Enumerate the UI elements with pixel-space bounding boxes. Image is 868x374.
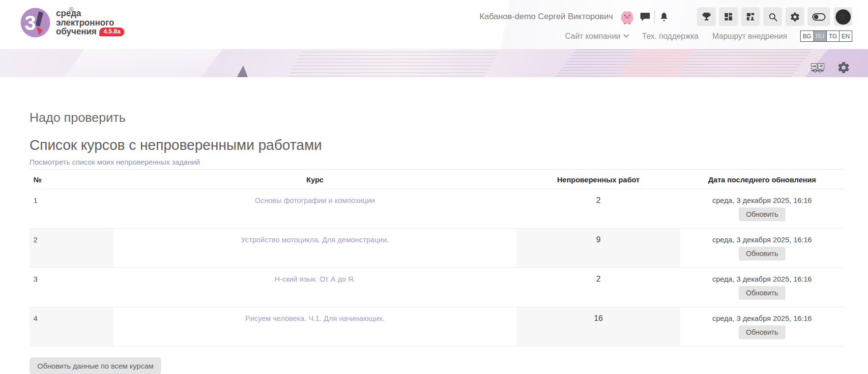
table-row: 3 Н-ский язык. От А до Я. 2 среда, 3 дек… — [29, 268, 844, 307]
gear-icon — [790, 12, 800, 22]
col-header-course: Курс — [114, 170, 517, 189]
row-number: 1 — [29, 189, 114, 229]
achievements-button[interactable] — [697, 7, 716, 26]
table-row: 2 Устройство мотоцикла. Для демонстрации… — [29, 229, 844, 268]
last-update-date: среда, 3 декабря 2025, 16:16 — [684, 314, 840, 322]
version-badge: 4.5.8a — [99, 28, 124, 37]
row-number: 3 — [29, 268, 114, 307]
divider — [654, 10, 655, 23]
update-course-button[interactable]: Обновить — [739, 325, 786, 339]
row-number: 2 — [29, 229, 114, 268]
course-link[interactable]: Основы фотографии и композиции — [255, 196, 375, 204]
update-course-button[interactable]: Обновить — [739, 207, 786, 221]
unchecked-count: 16 — [517, 307, 680, 346]
table-row: 4 Рисуем человека. Ч.1. Для начинающих. … — [29, 307, 844, 346]
section-title: Список курсов с непроверенными работами — [29, 137, 844, 153]
table-header-row: № Курс Непроверенных работ Дата последне… — [29, 170, 844, 189]
col-header-unchecked: Непроверенных работ — [517, 170, 680, 189]
lang-tg[interactable]: TG — [826, 30, 839, 42]
banner-triangle — [237, 65, 248, 77]
lang-bg[interactable]: BG — [800, 30, 813, 42]
update-all-courses-button[interactable]: Обновить данные по всем курсам — [29, 357, 161, 374]
user-avatar[interactable] — [618, 7, 637, 26]
secondary-nav: Сайт компании Тех. поддержка Маршрут вне… — [565, 30, 852, 42]
last-update-date: среда, 3 декабря 2025, 16:16 — [684, 196, 840, 204]
last-update-cell: среда, 3 декабря 2025, 16:16 Обновить — [680, 307, 844, 346]
course-link[interactable]: Н-ский язык. От А до Я. — [274, 275, 355, 283]
unchecked-courses-table: № Курс Непроверенных работ Дата последне… — [29, 169, 844, 346]
last-update-date: среда, 3 декабря 2025, 16:16 — [684, 275, 840, 283]
unchecked-count: 2 — [517, 268, 680, 307]
accessibility-icon — [836, 9, 851, 25]
pig-avatar-icon — [618, 8, 636, 26]
theme-toggle-button[interactable] — [808, 7, 830, 26]
svg-text:3: 3 — [25, 11, 36, 34]
lang-en[interactable]: EN — [839, 30, 852, 42]
last-update-cell: среда, 3 декабря 2025, 16:16 Обновить — [680, 189, 844, 229]
banner-shape — [52, 49, 232, 77]
grid-person-icon — [746, 12, 755, 22]
nav-tech-support[interactable]: Тех. поддержка — [642, 32, 698, 41]
accessibility-button[interactable] — [834, 7, 852, 26]
col-header-updated: Дата последнего обновления — [680, 170, 844, 189]
last-update-cell: среда, 3 декабря 2025, 16:16 Обновить — [680, 229, 844, 268]
profile-grid-button[interactable] — [741, 7, 760, 26]
chevron-down-icon — [624, 32, 629, 37]
logo-3k-icon: 3 — [20, 7, 51, 38]
unchecked-count: 2 — [517, 189, 680, 229]
site-logo[interactable]: 3 ® среда электронного обучения 4.5.8a — [20, 7, 124, 38]
banner-icons: vk Я — [811, 61, 850, 74]
last-update-date: среда, 3 декабря 2025, 16:16 — [684, 235, 840, 244]
col-header-num: № — [29, 170, 114, 189]
dashboard-button[interactable] — [719, 7, 738, 26]
row-number: 4 — [29, 307, 114, 346]
nav-implementation-route[interactable]: Маршрут внедрения — [712, 32, 787, 41]
my-unchecked-tasks-link[interactable]: Посмотреть список моих непроверенных зад… — [29, 158, 200, 166]
lang-ru-active[interactable]: RU — [813, 30, 827, 42]
language-switcher: BG RU TG EN — [801, 30, 852, 42]
page-title: Надо проверить — [29, 110, 844, 125]
main-content: Надо проверить Список курсов с непровере… — [0, 110, 868, 374]
user-name[interactable]: Кабанов-demo Сергей Викторович — [480, 12, 613, 22]
unchecked-count: 9 — [517, 229, 680, 268]
table-row: 1 Основы фотографии и композиции 2 среда… — [29, 189, 844, 229]
toggle-icon — [812, 11, 826, 23]
banner-settings-icon[interactable] — [837, 61, 850, 74]
course-link[interactable]: Рисуем человека. Ч.1. Для начинающих. — [245, 314, 384, 322]
course-link[interactable]: Устройство мотоцикла. Для демонстрации. — [241, 235, 389, 244]
header-buttons — [697, 7, 852, 26]
update-course-button[interactable]: Обновить — [739, 286, 786, 300]
trophy-icon — [701, 12, 712, 22]
logo-text: среда электронного обучения 4.5.8a — [56, 9, 124, 37]
messages-icon[interactable] — [637, 8, 653, 25]
search-icon — [768, 12, 778, 22]
nav-company-site[interactable]: Сайт компании — [565, 32, 629, 41]
social-networks-icon[interactable]: vk Я — [811, 63, 824, 72]
update-course-button[interactable]: Обновить — [739, 247, 786, 260]
search-button[interactable] — [763, 7, 782, 26]
user-toolbar: Кабанов-demo Сергей Викторович — [480, 7, 852, 26]
settings-button[interactable] — [785, 7, 804, 26]
last-update-cell: среда, 3 декабря 2025, 16:16 Обновить — [680, 268, 844, 307]
site-header: 3 ® среда электронного обучения 4.5.8a К… — [0, 0, 868, 49]
theme-banner: vk Я — [0, 49, 868, 77]
notifications-icon[interactable] — [656, 8, 672, 25]
banner-shape — [278, 49, 508, 77]
grid-icon — [723, 12, 733, 22]
registered-mark: ® — [69, 6, 74, 13]
